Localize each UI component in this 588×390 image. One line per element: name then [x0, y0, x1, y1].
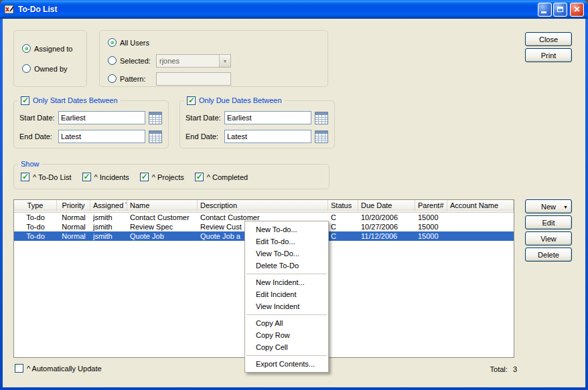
table-cell: 11/12/2006 — [358, 231, 415, 241]
radio-icon[interactable] — [22, 64, 31, 73]
checkbox-icon[interactable] — [195, 173, 204, 181]
calendar-button[interactable] — [315, 112, 328, 124]
delete-button[interactable]: Delete — [525, 248, 572, 262]
radio-label: All Users — [120, 39, 149, 47]
radio-label: Assigned to — [34, 45, 72, 53]
menu-separator — [246, 355, 327, 356]
column-header-description[interactable]: Description — [198, 200, 328, 211]
view-button[interactable]: View — [525, 231, 572, 246]
end-date-input[interactable] — [58, 130, 145, 143]
menu-item-new-incident[interactable]: New Incident... — [245, 276, 328, 288]
app-icon — [4, 4, 15, 15]
start-date-input[interactable] — [224, 111, 311, 124]
total-label: Total: — [490, 365, 508, 373]
radio-icon[interactable] — [22, 44, 31, 53]
menu-separator — [246, 314, 327, 315]
column-header-status[interactable]: Status — [328, 200, 358, 211]
checkbox-icon[interactable] — [187, 96, 196, 105]
todo-list-window: To-Do List ✕ Assigned to Owned by All Us… — [0, 0, 588, 390]
due-dates-toggle[interactable]: Only Due Dates Between — [184, 96, 285, 105]
end-date-input[interactable] — [224, 130, 311, 143]
group-title: Only Start Dates Between — [33, 96, 118, 104]
table-cell: 15000 — [415, 231, 447, 241]
edit-button[interactable]: Edit — [525, 215, 572, 229]
combo-arrow-icon[interactable]: ▼ — [219, 55, 230, 67]
maximize-button[interactable] — [553, 3, 567, 17]
window-title: To-Do List — [18, 5, 538, 14]
table-cell: Review Spec — [127, 222, 198, 231]
side-buttons: New▼EditViewDelete — [525, 199, 572, 262]
menu-item-view-to-do[interactable]: View To-Do... — [245, 248, 328, 260]
start-date-input[interactable] — [58, 111, 145, 124]
radio-assigned-to[interactable]: Assigned to — [22, 44, 72, 53]
table-cell: 15000 — [415, 213, 447, 222]
radio-icon[interactable] — [108, 74, 117, 83]
start-date-label: Start Date: — [19, 114, 55, 122]
checkbox-icon[interactable] — [15, 364, 23, 373]
column-header-priority[interactable]: Priority — [57, 200, 90, 211]
calendar-button[interactable] — [149, 130, 162, 143]
menu-item-edit-to-do[interactable]: Edit To-do... — [245, 235, 328, 248]
menu-item-view-incident[interactable]: View Incident — [245, 300, 328, 312]
menu-item-edit-incident[interactable]: Edit Incident — [245, 288, 328, 300]
checkbox-icon[interactable] — [21, 173, 29, 181]
checkbox-label: ^ Projects — [152, 173, 184, 181]
titlebar[interactable]: To-Do List ✕ — [0, 0, 588, 19]
close-window-button[interactable]: ✕ — [570, 3, 584, 17]
user-select[interactable]: rjones ▼ — [156, 54, 231, 68]
button-label: View — [540, 235, 557, 243]
table-cell: Normal — [57, 222, 90, 231]
context-menu: New To-do...Edit To-do...View To-Do...De… — [244, 221, 329, 373]
table-header: TypePriorityAssigned TNameDescriptionSta… — [14, 200, 514, 213]
radio-icon[interactable] — [108, 38, 117, 47]
menu-item-copy-row[interactable]: Copy Row — [245, 329, 328, 341]
button-label: Delete — [538, 251, 559, 259]
radio-pattern[interactable]: Pattern: — [108, 74, 146, 83]
menu-item-delete-to-do[interactable]: Delete To-Do — [245, 260, 328, 272]
column-header-assigned-t[interactable]: Assigned T — [90, 200, 127, 211]
table-cell: Contact Customer — [127, 213, 198, 222]
menu-item-new-to-do[interactable]: New To-do... — [245, 223, 328, 235]
checkbox-icon[interactable] — [21, 96, 29, 105]
menu-item-export-contents[interactable]: Export Contents... — [245, 358, 328, 370]
checkbox-label: ^ Incidents — [94, 173, 129, 181]
close-button[interactable]: Close — [525, 32, 572, 46]
radio-label: Selected: — [120, 57, 151, 65]
calendar-button[interactable] — [315, 130, 328, 143]
column-header-account-name[interactable]: Account Name — [447, 200, 514, 211]
menu-item-copy-all[interactable]: Copy All — [245, 317, 328, 329]
table-cell: 15000 — [415, 222, 447, 231]
new-button[interactable]: New▼ — [525, 199, 572, 213]
pattern-input[interactable] — [156, 72, 231, 86]
user-select-value: rjones — [157, 57, 219, 65]
show-group-title: Show — [18, 159, 42, 169]
show-checkbox-incidents[interactable]: ^ Incidents — [82, 173, 129, 181]
titlebar-buttons: ✕ — [538, 3, 584, 17]
column-header-parent[interactable]: Parent# — [415, 200, 447, 211]
column-header-type[interactable]: Type — [14, 200, 57, 211]
show-checkbox-to-do-list[interactable]: ^ To-Do List — [21, 173, 72, 181]
auto-update-checkbox[interactable]: ^ Automatically Update — [15, 364, 102, 373]
table-cell: 10/20/2006 — [358, 213, 415, 222]
calendar-button[interactable] — [149, 112, 162, 124]
assignment-group: Assigned to Owned by — [13, 30, 87, 87]
menu-item-copy-cell[interactable]: Copy Cell — [245, 341, 328, 353]
show-checkbox-completed[interactable]: ^ Completed — [195, 173, 248, 181]
total-value: 3 — [513, 365, 517, 373]
column-header-name[interactable]: Name — [127, 200, 198, 211]
radio-icon[interactable] — [108, 56, 117, 65]
start-dates-toggle[interactable]: Only Start Dates Between — [18, 96, 121, 105]
table-cell: Normal — [57, 213, 90, 222]
column-header-due-date[interactable]: Due Date — [358, 200, 415, 211]
checkbox-icon[interactable] — [82, 173, 91, 181]
show-checkbox-projects[interactable]: ^ Projects — [140, 173, 184, 181]
checkbox-icon[interactable] — [140, 173, 149, 181]
table-cell: To-do — [14, 231, 57, 241]
minimize-button[interactable] — [538, 3, 552, 17]
dropdown-arrow-icon[interactable]: ▼ — [563, 205, 568, 209]
radio-all-users[interactable]: All Users — [108, 38, 149, 47]
radio-selected[interactable]: Selected: — [108, 56, 151, 65]
users-group: All Users Selected: rjones ▼ Pattern: — [99, 30, 328, 87]
print-button[interactable]: Print — [525, 48, 572, 62]
radio-owned-by[interactable]: Owned by — [22, 64, 68, 73]
